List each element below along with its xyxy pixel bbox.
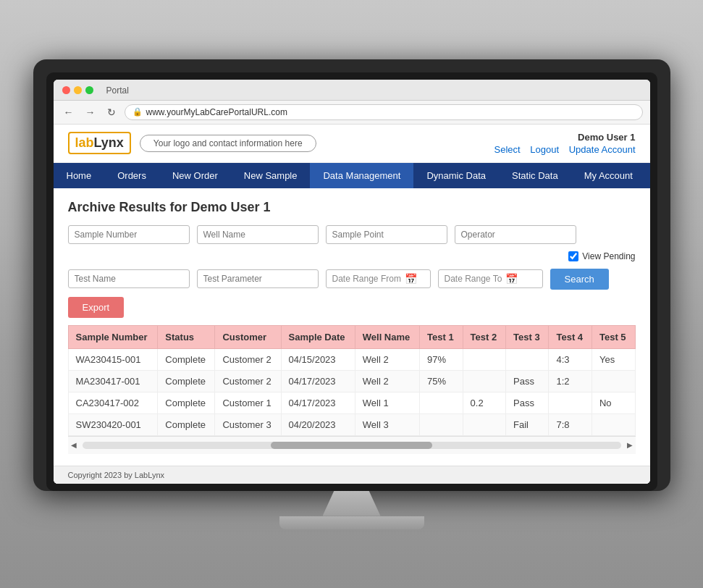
filter-row-2: Date Range From 📅 Date Range To 📅 Search…	[68, 269, 636, 318]
select-link[interactable]: Select	[494, 144, 521, 155]
reload-button[interactable]: ↻	[104, 105, 119, 119]
col-header-test-5: Test 5	[592, 325, 635, 348]
sample-number-input[interactable]	[68, 225, 190, 244]
nav-item-orders[interactable]: Orders	[104, 163, 159, 188]
table-cell-well-name: Well 2	[355, 348, 419, 370]
table-cell-test-5	[592, 413, 635, 435]
table-cell-sample-number: WA230415-001	[68, 348, 158, 370]
date-range-from-wrap[interactable]: Date Range From 📅	[326, 269, 431, 288]
calendar-from-icon: 📅	[405, 273, 417, 285]
scroll-track[interactable]	[83, 442, 621, 449]
date-to-label: Date Range To	[445, 274, 502, 284]
table-cell-status: Complete	[158, 348, 215, 370]
minimize-dot[interactable]	[74, 86, 82, 94]
table-cell-test-3	[506, 348, 549, 370]
logo-tagline: Your logo and contact information here	[140, 135, 316, 152]
table-row: CA230417-002CompleteCustomer 104/17/2023…	[68, 392, 635, 413]
nav-item-dynamic-data[interactable]: Dynamic Data	[413, 163, 499, 188]
scroll-left-arrow[interactable]: ◀	[68, 440, 80, 451]
search-button[interactable]: Search	[550, 269, 609, 290]
table-cell-customer: Customer 1	[215, 392, 281, 413]
nav-item-static-data[interactable]: Static Data	[499, 163, 571, 188]
table-cell-test-2	[463, 370, 505, 392]
app-footer: Copyright 2023 by LabLynx	[54, 466, 650, 484]
copyright-text: Copyright 2023 by LabLynx	[68, 471, 165, 479]
view-pending-label: View Pending	[582, 251, 635, 261]
export-button[interactable]: Export	[68, 297, 125, 318]
calendar-to-icon: 📅	[505, 273, 518, 285]
well-name-input[interactable]	[197, 225, 319, 244]
date-from-label: Date Range From	[332, 274, 401, 284]
results-table: Sample NumberStatusCustomerSample DateWe…	[68, 325, 636, 436]
table-cell-test-3: Fail	[506, 413, 549, 435]
scroll-right-arrow[interactable]: ▶	[624, 440, 636, 451]
table-cell-well-name: Well 3	[355, 413, 419, 435]
nav-item-new-sample[interactable]: New Sample	[231, 163, 311, 188]
maximize-dot[interactable]	[85, 86, 93, 94]
table-cell-test-2	[463, 348, 505, 370]
col-header-test-3: Test 3	[506, 325, 549, 348]
col-header-test-1: Test 1	[420, 325, 463, 348]
table-cell-test-4: 4:3	[549, 348, 592, 370]
nav-bar: HomeOrdersNew OrderNew SampleData Manage…	[54, 163, 650, 188]
table-cell-status: Complete	[158, 392, 215, 413]
close-dot[interactable]	[62, 86, 70, 94]
nav-item-my-account[interactable]: My Account	[571, 163, 646, 188]
table-cell-sample-number: SW230420-001	[68, 413, 158, 435]
operator-input[interactable]	[455, 225, 576, 244]
table-cell-test-2: 0.2	[463, 392, 505, 413]
update-account-link[interactable]: Update Account	[569, 144, 636, 155]
table-header-row: Sample NumberStatusCustomerSample DateWe…	[68, 325, 635, 348]
col-header-status: Status	[158, 325, 215, 348]
monitor-stand	[279, 491, 424, 529]
table-row: SW230420-001CompleteCustomer 304/20/2023…	[68, 413, 635, 435]
user-name: Demo User 1	[487, 132, 636, 143]
nav-item-home[interactable]: Home	[54, 163, 105, 188]
table-cell-test-3: Pass	[506, 370, 549, 392]
horizontal-scrollbar[interactable]: ◀ ▶	[68, 436, 636, 454]
col-header-sample-date: Sample Date	[281, 325, 355, 348]
test-parameter-input[interactable]	[197, 269, 319, 288]
back-button[interactable]: ←	[61, 105, 77, 119]
stand-neck	[323, 491, 381, 516]
stand-base	[279, 516, 424, 529]
ssl-icon: 🔒	[132, 107, 143, 117]
table-cell-sample-date: 04/15/2023	[281, 348, 355, 370]
table-cell-test-1: 97%	[420, 348, 463, 370]
url-text: www.yourMyLabCarePortalURL.com	[146, 107, 287, 117]
table-cell-test-5: Yes	[592, 348, 635, 370]
table-cell-customer: Customer 2	[215, 348, 281, 370]
table-cell-test-5	[592, 370, 635, 392]
logo-lynx: Lynx	[94, 135, 124, 150]
filter-row-1: View Pending	[68, 225, 636, 261]
table-cell-sample-date: 04/17/2023	[281, 392, 355, 413]
forward-button[interactable]: →	[83, 105, 98, 119]
date-range-to-wrap[interactable]: Date Range To 📅	[438, 269, 543, 288]
table-cell-status: Complete	[158, 370, 215, 392]
view-pending-wrap: View Pending	[568, 251, 635, 261]
col-header-sample-number: Sample Number	[68, 325, 158, 348]
test-name-input[interactable]	[68, 269, 190, 288]
logo-lab: lab	[75, 135, 94, 150]
table-cell-test-4	[549, 392, 592, 413]
table-cell-well-name: Well 1	[355, 392, 419, 413]
nav-item-data-management[interactable]: Data Management	[310, 163, 413, 188]
table-cell-well-name: Well 2	[355, 370, 419, 392]
logo: labLynx	[68, 132, 131, 154]
page-title: Archive Results for Demo User 1	[68, 200, 636, 215]
table-cell-test-4: 1:2	[549, 370, 592, 392]
table-cell-test-1: 75%	[420, 370, 463, 392]
nav-item-new-order[interactable]: New Order	[159, 163, 231, 188]
browser-tab-title: Portal	[106, 85, 129, 96]
table-cell-test-5: No	[592, 392, 635, 413]
sample-point-input[interactable]	[326, 225, 447, 244]
scroll-thumb[interactable]	[271, 442, 432, 449]
table-cell-customer: Customer 2	[215, 370, 281, 392]
table-cell-test-4: 7:8	[549, 413, 592, 435]
table-cell-test-2	[463, 413, 505, 435]
app-header: labLynx Your logo and contact informatio…	[54, 125, 650, 163]
logout-link[interactable]: Logout	[530, 144, 559, 155]
table-cell-test-3: Pass	[506, 392, 549, 413]
view-pending-checkbox[interactable]	[568, 251, 578, 261]
table-cell-customer: Customer 3	[215, 413, 281, 435]
